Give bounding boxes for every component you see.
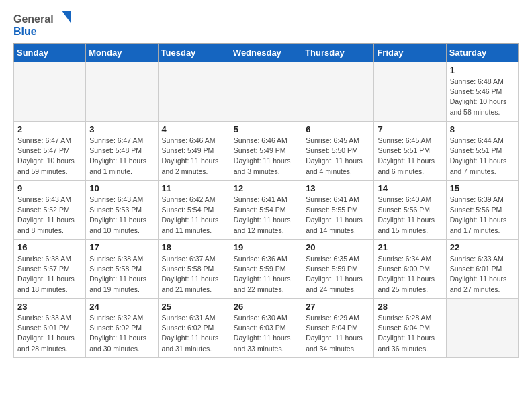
week-row-3: 16Sunrise: 6:38 AM Sunset: 5:57 PM Dayli… bbox=[14, 240, 519, 299]
day-number: 9 bbox=[17, 183, 82, 193]
calendar-table: SundayMondayTuesdayWednesdayThursdayFrid… bbox=[13, 43, 519, 358]
weekday-header-friday: Friday bbox=[374, 44, 446, 62]
calendar-cell: 24Sunrise: 6:32 AM Sunset: 6:02 PM Dayli… bbox=[86, 299, 158, 358]
day-info: Sunrise: 6:44 AM Sunset: 5:51 PM Dayligh… bbox=[450, 136, 515, 177]
day-number: 26 bbox=[234, 302, 298, 312]
day-info: Sunrise: 6:35 AM Sunset: 5:59 PM Dayligh… bbox=[306, 254, 370, 295]
week-row-2: 9Sunrise: 6:43 AM Sunset: 5:52 PM Daylig… bbox=[14, 181, 519, 240]
day-info: Sunrise: 6:33 AM Sunset: 6:01 PM Dayligh… bbox=[450, 254, 515, 295]
day-number: 20 bbox=[306, 242, 370, 253]
day-info: Sunrise: 6:47 AM Sunset: 5:48 PM Dayligh… bbox=[89, 136, 154, 177]
day-info: Sunrise: 6:45 AM Sunset: 5:51 PM Dayligh… bbox=[378, 136, 442, 177]
weekday-header-wednesday: Wednesday bbox=[230, 44, 302, 62]
calendar-cell: 8Sunrise: 6:44 AM Sunset: 5:51 PM Daylig… bbox=[446, 122, 518, 181]
day-number: 7 bbox=[378, 124, 442, 134]
day-number: 21 bbox=[378, 242, 442, 253]
calendar-cell: 13Sunrise: 6:41 AM Sunset: 5:55 PM Dayli… bbox=[302, 181, 374, 240]
calendar-cell: 20Sunrise: 6:35 AM Sunset: 5:59 PM Dayli… bbox=[302, 240, 374, 299]
weekday-header-thursday: Thursday bbox=[302, 44, 374, 62]
calendar-cell bbox=[230, 62, 302, 122]
logo: GeneralBlue bbox=[13, 11, 74, 38]
calendar-cell: 19Sunrise: 6:36 AM Sunset: 5:59 PM Dayli… bbox=[230, 240, 302, 299]
calendar-cell: 9Sunrise: 6:43 AM Sunset: 5:52 PM Daylig… bbox=[14, 181, 86, 240]
calendar-cell bbox=[446, 299, 518, 358]
calendar-cell: 1Sunrise: 6:48 AM Sunset: 5:46 PM Daylig… bbox=[446, 62, 518, 122]
day-number: 4 bbox=[162, 124, 226, 134]
day-number: 24 bbox=[89, 302, 154, 312]
day-info: Sunrise: 6:29 AM Sunset: 6:04 PM Dayligh… bbox=[306, 313, 370, 354]
calendar-cell: 2Sunrise: 6:47 AM Sunset: 5:47 PM Daylig… bbox=[14, 122, 86, 181]
calendar-cell: 22Sunrise: 6:33 AM Sunset: 6:01 PM Dayli… bbox=[446, 240, 518, 299]
calendar-cell: 15Sunrise: 6:39 AM Sunset: 5:56 PM Dayli… bbox=[446, 181, 518, 240]
calendar-cell: 28Sunrise: 6:28 AM Sunset: 6:04 PM Dayli… bbox=[374, 299, 446, 358]
weekday-header-sunday: Sunday bbox=[14, 44, 86, 62]
day-info: Sunrise: 6:37 AM Sunset: 5:58 PM Dayligh… bbox=[162, 254, 226, 295]
calendar-cell: 25Sunrise: 6:31 AM Sunset: 6:02 PM Dayli… bbox=[158, 299, 230, 358]
day-number: 11 bbox=[162, 183, 226, 193]
day-number: 18 bbox=[162, 242, 226, 253]
calendar-cell: 16Sunrise: 6:38 AM Sunset: 5:57 PM Dayli… bbox=[14, 240, 86, 299]
weekday-header-saturday: Saturday bbox=[446, 44, 518, 62]
svg-text:General: General bbox=[13, 13, 54, 25]
day-info: Sunrise: 6:41 AM Sunset: 5:55 PM Dayligh… bbox=[306, 195, 370, 236]
day-number: 22 bbox=[450, 242, 515, 253]
weekday-header-tuesday: Tuesday bbox=[158, 44, 230, 62]
calendar-cell: 23Sunrise: 6:33 AM Sunset: 6:01 PM Dayli… bbox=[14, 299, 86, 358]
day-info: Sunrise: 6:28 AM Sunset: 6:04 PM Dayligh… bbox=[378, 313, 442, 354]
week-row-4: 23Sunrise: 6:33 AM Sunset: 6:01 PM Dayli… bbox=[14, 299, 519, 358]
calendar-cell: 7Sunrise: 6:45 AM Sunset: 5:51 PM Daylig… bbox=[374, 122, 446, 181]
day-number: 10 bbox=[89, 183, 154, 193]
day-info: Sunrise: 6:46 AM Sunset: 5:49 PM Dayligh… bbox=[162, 136, 226, 177]
day-info: Sunrise: 6:32 AM Sunset: 6:02 PM Dayligh… bbox=[89, 313, 154, 354]
day-info: Sunrise: 6:34 AM Sunset: 6:00 PM Dayligh… bbox=[378, 254, 442, 295]
calendar-cell: 4Sunrise: 6:46 AM Sunset: 5:49 PM Daylig… bbox=[158, 122, 230, 181]
calendar-cell: 12Sunrise: 6:41 AM Sunset: 5:54 PM Dayli… bbox=[230, 181, 302, 240]
day-info: Sunrise: 6:42 AM Sunset: 5:54 PM Dayligh… bbox=[162, 195, 226, 236]
calendar-cell: 11Sunrise: 6:42 AM Sunset: 5:54 PM Dayli… bbox=[158, 181, 230, 240]
day-number: 17 bbox=[89, 242, 154, 253]
day-number: 27 bbox=[306, 302, 370, 312]
day-number: 2 bbox=[17, 124, 82, 134]
day-info: Sunrise: 6:30 AM Sunset: 6:03 PM Dayligh… bbox=[234, 313, 298, 354]
day-info: Sunrise: 6:45 AM Sunset: 5:50 PM Dayligh… bbox=[306, 136, 370, 177]
day-info: Sunrise: 6:46 AM Sunset: 5:49 PM Dayligh… bbox=[234, 136, 298, 177]
calendar-cell: 5Sunrise: 6:46 AM Sunset: 5:49 PM Daylig… bbox=[230, 122, 302, 181]
day-info: Sunrise: 6:33 AM Sunset: 6:01 PM Dayligh… bbox=[17, 313, 82, 354]
day-info: Sunrise: 6:38 AM Sunset: 5:58 PM Dayligh… bbox=[89, 254, 154, 295]
day-info: Sunrise: 6:43 AM Sunset: 5:52 PM Dayligh… bbox=[17, 195, 82, 236]
logo-svg: GeneralBlue bbox=[13, 11, 74, 38]
svg-marker-2 bbox=[62, 11, 71, 23]
calendar-cell: 17Sunrise: 6:38 AM Sunset: 5:58 PM Dayli… bbox=[86, 240, 158, 299]
weekday-header-monday: Monday bbox=[86, 44, 158, 62]
header: GeneralBlue bbox=[13, 11, 519, 38]
day-number: 5 bbox=[234, 124, 298, 134]
calendar-cell: 10Sunrise: 6:43 AM Sunset: 5:53 PM Dayli… bbox=[86, 181, 158, 240]
day-number: 19 bbox=[234, 242, 298, 253]
day-number: 3 bbox=[89, 124, 154, 134]
weekday-header-row: SundayMondayTuesdayWednesdayThursdayFrid… bbox=[14, 44, 519, 62]
day-number: 8 bbox=[450, 124, 515, 134]
day-info: Sunrise: 6:39 AM Sunset: 5:56 PM Dayligh… bbox=[450, 195, 515, 236]
day-info: Sunrise: 6:38 AM Sunset: 5:57 PM Dayligh… bbox=[17, 254, 82, 295]
day-info: Sunrise: 6:41 AM Sunset: 5:54 PM Dayligh… bbox=[234, 195, 298, 236]
day-number: 14 bbox=[378, 183, 442, 193]
week-row-0: 1Sunrise: 6:48 AM Sunset: 5:46 PM Daylig… bbox=[14, 62, 519, 122]
calendar-cell: 14Sunrise: 6:40 AM Sunset: 5:56 PM Dayli… bbox=[374, 181, 446, 240]
day-number: 1 bbox=[450, 65, 515, 75]
calendar-cell: 6Sunrise: 6:45 AM Sunset: 5:50 PM Daylig… bbox=[302, 122, 374, 181]
day-number: 15 bbox=[450, 183, 515, 193]
day-number: 12 bbox=[234, 183, 298, 193]
calendar-cell: 27Sunrise: 6:29 AM Sunset: 6:04 PM Dayli… bbox=[302, 299, 374, 358]
calendar-cell bbox=[158, 62, 230, 122]
day-info: Sunrise: 6:31 AM Sunset: 6:02 PM Dayligh… bbox=[162, 313, 226, 354]
calendar-cell bbox=[14, 62, 86, 122]
calendar-cell: 26Sunrise: 6:30 AM Sunset: 6:03 PM Dayli… bbox=[230, 299, 302, 358]
day-info: Sunrise: 6:40 AM Sunset: 5:56 PM Dayligh… bbox=[378, 195, 442, 236]
day-info: Sunrise: 6:48 AM Sunset: 5:46 PM Dayligh… bbox=[450, 77, 515, 118]
day-number: 25 bbox=[162, 302, 226, 312]
day-number: 28 bbox=[378, 302, 442, 312]
day-info: Sunrise: 6:47 AM Sunset: 5:47 PM Dayligh… bbox=[17, 136, 82, 177]
svg-text:Blue: Blue bbox=[13, 26, 37, 37]
day-info: Sunrise: 6:36 AM Sunset: 5:59 PM Dayligh… bbox=[234, 254, 298, 295]
calendar-cell bbox=[86, 62, 158, 122]
